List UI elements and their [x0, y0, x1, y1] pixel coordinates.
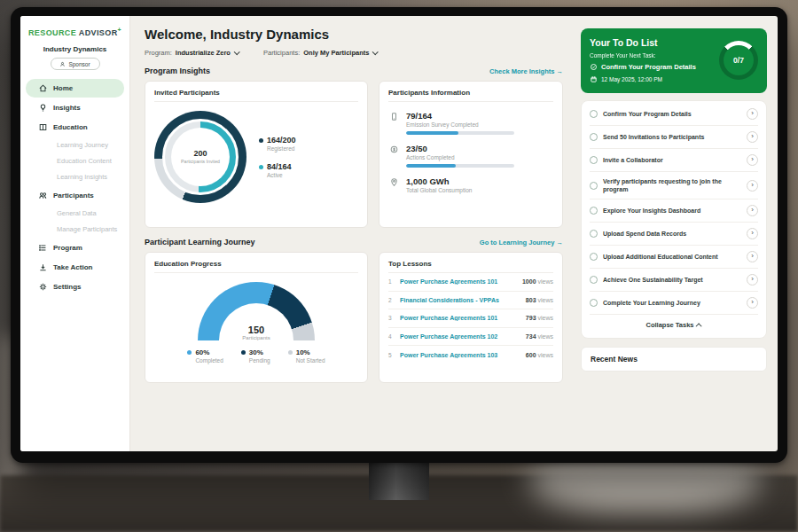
legend-label: Registered — [267, 145, 296, 152]
chevron-down-icon — [372, 49, 379, 55]
sidebar-item-general-data[interactable]: General Data — [26, 206, 124, 222]
sidebar-item-manage-participants[interactable]: Manage Participants — [26, 222, 124, 238]
task-row[interactable]: Send 50 Invitations to Participants › — [590, 126, 758, 149]
task-row[interactable]: Verify participants requesting to join t… — [590, 172, 758, 200]
sidebar-item-learning-insights[interactable]: Learning Insights — [26, 169, 124, 185]
lesson-link[interactable]: Power Purchase Agreements 101 — [400, 278, 522, 285]
chevron-right-icon[interactable]: › — [747, 274, 758, 286]
sidebar-nav: Home Insights Education Learning Journey… — [20, 79, 129, 296]
task-label: Invite a Collaborator — [603, 156, 741, 164]
task-row[interactable]: Upload Spend Data Records › — [590, 223, 758, 246]
legend-pending: 30% Pending — [241, 348, 270, 364]
go-to-learning-journey-link[interactable]: Go to Learning Journey → — [480, 239, 563, 246]
sidebar-item-insights[interactable]: Insights — [26, 98, 124, 117]
task-checkbox[interactable] — [590, 156, 598, 164]
logo-text-resource: RESOURCE — [28, 28, 76, 37]
task-row[interactable]: Confirm Your Program Details › — [590, 103, 758, 126]
lesson-link[interactable]: Power Purchase Agreements 102 — [400, 333, 526, 340]
task-row[interactable]: Invite a Collaborator › — [590, 149, 758, 172]
sidebar-item-settings[interactable]: Settings — [26, 278, 124, 296]
arrow-right-icon: → — [557, 239, 564, 246]
invited-participants-card: Invited Participants 200 Participants In… — [145, 81, 368, 228]
task-checkbox[interactable] — [590, 207, 598, 215]
program-select[interactable]: Program: Industrialize Zero — [145, 49, 239, 57]
lesson-link[interactable]: Financial Considerations - VPPAs — [400, 297, 526, 303]
legend-completed: 60% Completed — [187, 348, 223, 364]
chevron-right-icon[interactable]: › — [747, 205, 758, 216]
task-checkbox[interactable] — [590, 182, 598, 190]
filter-bar: Program: Industrialize Zero Participants… — [145, 49, 563, 57]
invited-donut-inner-ring: 200 Participants Invited — [162, 119, 239, 195]
sidebar-item-home[interactable]: Home — [26, 79, 124, 98]
task-row[interactable]: Achieve One Sustainability Target › — [590, 269, 758, 292]
todo-panel: Your To Do List Complete Your Next Task:… — [575, 16, 778, 451]
lesson-row[interactable]: 2 Financial Considerations - VPPAs 803 v… — [388, 292, 553, 310]
chevron-up-icon — [695, 324, 701, 330]
info-value: 23/50 — [406, 144, 514, 153]
lesson-rank: 5 — [388, 352, 400, 358]
education-progress-card: Education Progress 150 Participants 60% — [145, 252, 368, 383]
card-title: Invited Participants — [154, 89, 358, 102]
task-row[interactable]: Upload Additional Educational Content › — [590, 246, 758, 269]
legend-not-started: 10% Not Started — [288, 348, 325, 364]
info-row-actions: 23/50 Actions Completed — [388, 144, 553, 168]
section-title: Program Insights — [145, 66, 210, 75]
sidebar-item-take-action[interactable]: Take Action — [26, 258, 124, 277]
lesson-rank: 4 — [388, 333, 400, 340]
lesson-link[interactable]: Power Purchase Agreements 103 — [400, 352, 526, 358]
chevron-right-icon[interactable]: › — [747, 154, 758, 166]
task-label: Verify participants requesting to join t… — [603, 177, 741, 193]
chevron-right-icon[interactable]: › — [747, 108, 758, 120]
lesson-row[interactable]: 5 Power Purchase Agreements 103 600 view… — [388, 346, 553, 364]
chevron-right-icon[interactable]: › — [747, 131, 758, 143]
todo-progress-count: 0/7 — [733, 56, 744, 65]
task-checkbox[interactable] — [590, 133, 598, 141]
task-label: Upload Additional Educational Content — [603, 253, 741, 261]
sidebar-item-learning-journey[interactable]: Learning Journey — [26, 137, 124, 153]
lesson-row[interactable]: 3 Power Purchase Agreements 101 793 view… — [388, 309, 553, 328]
task-label: Upload Spend Data Records — [603, 230, 741, 238]
sidebar-item-education[interactable]: Education — [26, 118, 124, 137]
check-more-insights-link[interactable]: Check More Insights → — [489, 67, 563, 75]
program-insights-header: Program Insights Check More Insights → — [145, 66, 563, 75]
list-icon — [38, 243, 48, 253]
task-row[interactable]: Explore Your Insights Dashboard › — [590, 200, 758, 223]
actions-progressbar — [406, 164, 514, 168]
collapse-tasks-link[interactable]: Collapse Tasks — [590, 315, 758, 336]
chevron-right-icon[interactable]: › — [747, 180, 758, 192]
chevron-right-icon[interactable]: › — [747, 251, 758, 262]
task-row[interactable]: Complete Your Learning Journey › — [590, 292, 758, 315]
invited-donut-chart: 200 Participants Invited — [154, 111, 246, 203]
sidebar-item-program[interactable]: Program — [26, 239, 124, 257]
check-circle-icon — [590, 63, 598, 71]
legend-registered: 164/200 Registered — [259, 136, 296, 152]
chevron-right-icon[interactable]: › — [747, 297, 758, 309]
program-value: Industrialize Zero — [176, 49, 231, 57]
sidebar-item-label: Education — [53, 123, 88, 131]
legend-dot — [187, 350, 192, 355]
lesson-views: 734 views — [526, 333, 553, 340]
task-checkbox[interactable] — [590, 110, 598, 118]
task-checkbox[interactable] — [590, 230, 598, 238]
sidebar-item-label: Settings — [53, 283, 82, 291]
task-checkbox[interactable] — [590, 276, 598, 284]
lightbulb-icon — [38, 103, 48, 113]
chevron-right-icon[interactable]: › — [747, 228, 758, 239]
task-checkbox[interactable] — [590, 299, 598, 307]
task-checkbox[interactable] — [590, 253, 598, 261]
education-legend: 60% Completed 30% Pending — [154, 348, 358, 364]
lesson-row[interactable]: 1 Power Purchase Agreements 101 1000 vie… — [388, 273, 553, 292]
legend-dot — [288, 350, 293, 355]
legend-label: Not Started — [296, 357, 325, 364]
todo-header-card: Your To Do List Complete Your Next Task:… — [581, 28, 767, 93]
top-lessons-card: Top Lessons 1 Power Purchase Agreements … — [379, 252, 563, 383]
participants-select[interactable]: Participants: Only My Participants — [263, 49, 377, 57]
lesson-link[interactable]: Power Purchase Agreements 101 — [400, 315, 526, 321]
sidebar-item-participants[interactable]: Participants — [26, 186, 124, 205]
participants-label: Participants: — [263, 49, 300, 57]
donut-center-label: Participants Invited — [181, 159, 220, 165]
lesson-row[interactable]: 4 Power Purchase Agreements 102 734 view… — [388, 328, 553, 347]
legend-value: 84/164 — [267, 162, 292, 171]
sidebar-item-label: Home — [53, 84, 73, 92]
sidebar-item-education-content[interactable]: Education Content — [26, 153, 124, 169]
